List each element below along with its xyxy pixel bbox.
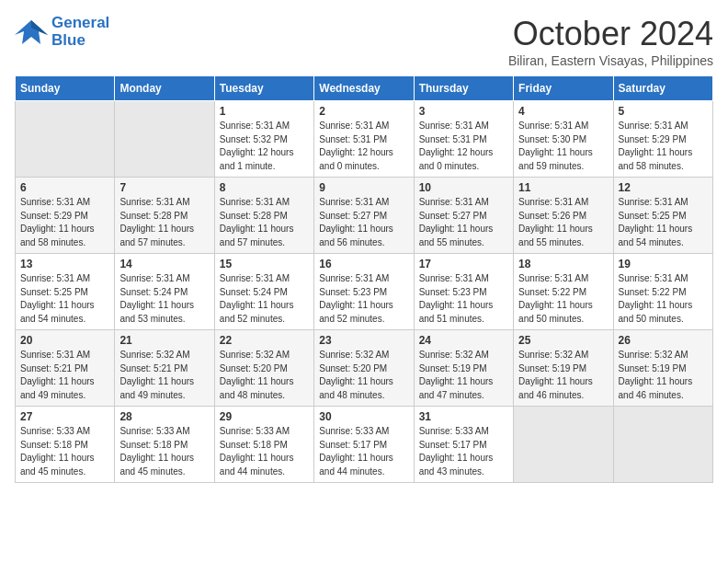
day-detail: Sunrise: 5:33 AMSunset: 5:18 PMDaylight:… [220, 426, 294, 477]
day-number: 8 [220, 181, 309, 194]
day-header-tuesday: Tuesday [214, 76, 313, 101]
day-detail: Sunrise: 5:31 AMSunset: 5:31 PMDaylight:… [419, 121, 494, 171]
day-detail: Sunrise: 5:31 AMSunset: 5:25 PMDaylight:… [20, 273, 95, 324]
day-detail: Sunrise: 5:31 AMSunset: 5:29 PMDaylight:… [20, 197, 95, 247]
day-detail: Sunrise: 5:33 AMSunset: 5:18 PMDaylight:… [20, 426, 95, 477]
day-detail: Sunrise: 5:31 AMSunset: 5:24 PMDaylight:… [119, 273, 194, 324]
day-detail: Sunrise: 5:31 AMSunset: 5:24 PMDaylight:… [220, 273, 294, 324]
day-detail: Sunrise: 5:31 AMSunset: 5:23 PMDaylight:… [419, 273, 494, 324]
calendar-cell: 28 Sunrise: 5:33 AMSunset: 5:18 PMDaylig… [115, 407, 214, 483]
day-detail: Sunrise: 5:33 AMSunset: 5:18 PMDaylight:… [119, 426, 194, 477]
calendar-cell: 17 Sunrise: 5:31 AMSunset: 5:23 PMDaylig… [414, 254, 513, 330]
day-detail: Sunrise: 5:31 AMSunset: 5:22 PMDaylight:… [518, 273, 593, 324]
day-detail: Sunrise: 5:31 AMSunset: 5:22 PMDaylight:… [619, 273, 693, 324]
day-number: 3 [419, 105, 508, 118]
day-header-wednesday: Wednesday [314, 76, 414, 101]
day-detail: Sunrise: 5:31 AMSunset: 5:30 PMDaylight:… [518, 121, 593, 171]
day-header-friday: Friday [514, 76, 613, 101]
calendar-body: 1 Sunrise: 5:31 AMSunset: 5:32 PMDayligh… [16, 101, 713, 483]
day-detail: Sunrise: 5:32 AMSunset: 5:19 PMDaylight:… [419, 350, 494, 400]
logo-icon [15, 18, 48, 46]
day-header-monday: Monday [115, 76, 214, 101]
calendar-week-2: 6 Sunrise: 5:31 AMSunset: 5:29 PMDayligh… [16, 178, 713, 254]
day-number: 1 [220, 105, 309, 118]
calendar-cell: 9 Sunrise: 5:31 AMSunset: 5:27 PMDayligh… [314, 178, 414, 254]
subtitle: Biliran, Eastern Visayas, Philippines [508, 53, 713, 68]
day-number: 6 [20, 181, 109, 194]
calendar-cell: 19 Sunrise: 5:31 AMSunset: 5:22 PMDaylig… [613, 254, 712, 330]
day-detail: Sunrise: 5:31 AMSunset: 5:28 PMDaylight:… [220, 197, 294, 247]
day-detail: Sunrise: 5:33 AMSunset: 5:17 PMDaylight:… [419, 426, 494, 477]
day-number: 7 [119, 181, 209, 194]
calendar-cell: 31 Sunrise: 5:33 AMSunset: 5:17 PMDaylig… [414, 407, 513, 483]
day-detail: Sunrise: 5:31 AMSunset: 5:32 PMDaylight:… [220, 121, 294, 171]
calendar-cell: 23 Sunrise: 5:32 AMSunset: 5:20 PMDaylig… [314, 330, 414, 407]
calendar-cell [115, 101, 214, 178]
calendar-cell: 4 Sunrise: 5:31 AMSunset: 5:30 PMDayligh… [514, 101, 613, 178]
day-detail: Sunrise: 5:32 AMSunset: 5:20 PMDaylight:… [319, 350, 393, 400]
calendar-cell: 18 Sunrise: 5:31 AMSunset: 5:22 PMDaylig… [514, 254, 613, 330]
calendar-cell: 25 Sunrise: 5:32 AMSunset: 5:19 PMDaylig… [514, 330, 613, 407]
day-number: 11 [518, 181, 608, 194]
day-number: 28 [119, 410, 209, 423]
day-detail: Sunrise: 5:31 AMSunset: 5:27 PMDaylight:… [319, 197, 393, 247]
calendar-cell: 22 Sunrise: 5:32 AMSunset: 5:20 PMDaylig… [214, 330, 313, 407]
day-number: 29 [220, 410, 309, 423]
page-header: General Blue October 2024 Biliran, Easte… [15, 15, 713, 68]
calendar-cell: 5 Sunrise: 5:31 AMSunset: 5:29 PMDayligh… [613, 101, 712, 178]
day-number: 2 [319, 105, 408, 118]
calendar-cell: 12 Sunrise: 5:31 AMSunset: 5:25 PMDaylig… [613, 178, 712, 254]
day-number: 23 [319, 334, 408, 347]
calendar-cell: 1 Sunrise: 5:31 AMSunset: 5:32 PMDayligh… [214, 101, 313, 178]
calendar-cell: 11 Sunrise: 5:31 AMSunset: 5:26 PMDaylig… [514, 178, 613, 254]
calendar-cell: 6 Sunrise: 5:31 AMSunset: 5:29 PMDayligh… [16, 178, 115, 254]
day-detail: Sunrise: 5:31 AMSunset: 5:29 PMDaylight:… [619, 121, 693, 171]
day-detail: Sunrise: 5:31 AMSunset: 5:26 PMDaylight:… [518, 197, 593, 247]
calendar-cell: 29 Sunrise: 5:33 AMSunset: 5:18 PMDaylig… [214, 407, 313, 483]
day-header-sunday: Sunday [16, 76, 115, 101]
calendar-cell: 27 Sunrise: 5:33 AMSunset: 5:18 PMDaylig… [16, 407, 115, 483]
calendar-week-4: 20 Sunrise: 5:31 AMSunset: 5:21 PMDaylig… [16, 330, 713, 407]
day-number: 27 [20, 410, 109, 423]
day-detail: Sunrise: 5:32 AMSunset: 5:19 PMDaylight:… [518, 350, 593, 400]
calendar-cell [16, 101, 115, 178]
day-detail: Sunrise: 5:31 AMSunset: 5:31 PMDaylight:… [319, 121, 393, 171]
day-number: 26 [619, 334, 708, 347]
day-number: 31 [419, 410, 508, 423]
day-number: 22 [220, 334, 309, 347]
day-detail: Sunrise: 5:33 AMSunset: 5:17 PMDaylight:… [319, 426, 393, 477]
day-detail: Sunrise: 5:32 AMSunset: 5:19 PMDaylight:… [619, 350, 693, 400]
calendar-cell: 30 Sunrise: 5:33 AMSunset: 5:17 PMDaylig… [314, 407, 414, 483]
logo-text: General Blue [51, 15, 109, 49]
calendar-cell: 24 Sunrise: 5:32 AMSunset: 5:19 PMDaylig… [414, 330, 513, 407]
day-number: 15 [220, 258, 309, 270]
calendar-cell: 13 Sunrise: 5:31 AMSunset: 5:25 PMDaylig… [16, 254, 115, 330]
day-detail: Sunrise: 5:32 AMSunset: 5:21 PMDaylight:… [119, 350, 194, 400]
day-number: 12 [619, 181, 708, 194]
day-detail: Sunrise: 5:31 AMSunset: 5:23 PMDaylight:… [319, 273, 393, 324]
calendar-cell [613, 407, 712, 483]
month-title: October 2024 [508, 15, 713, 53]
calendar-cell: 21 Sunrise: 5:32 AMSunset: 5:21 PMDaylig… [115, 330, 214, 407]
calendar-cell: 14 Sunrise: 5:31 AMSunset: 5:24 PMDaylig… [115, 254, 214, 330]
calendar-cell: 3 Sunrise: 5:31 AMSunset: 5:31 PMDayligh… [414, 101, 513, 178]
day-number: 10 [419, 181, 508, 194]
day-number: 19 [619, 258, 708, 270]
day-number: 4 [518, 105, 608, 118]
day-number: 9 [319, 181, 408, 194]
calendar-table: SundayMondayTuesdayWednesdayThursdayFrid… [15, 75, 713, 483]
day-detail: Sunrise: 5:31 AMSunset: 5:27 PMDaylight:… [419, 197, 494, 247]
calendar-cell: 10 Sunrise: 5:31 AMSunset: 5:27 PMDaylig… [414, 178, 513, 254]
day-header-thursday: Thursday [414, 76, 513, 101]
day-detail: Sunrise: 5:31 AMSunset: 5:21 PMDaylight:… [20, 350, 95, 400]
calendar-cell: 20 Sunrise: 5:31 AMSunset: 5:21 PMDaylig… [16, 330, 115, 407]
calendar-cell: 26 Sunrise: 5:32 AMSunset: 5:19 PMDaylig… [613, 330, 712, 407]
day-number: 17 [419, 258, 508, 270]
day-header-saturday: Saturday [613, 76, 712, 101]
calendar-cell: 16 Sunrise: 5:31 AMSunset: 5:23 PMDaylig… [314, 254, 414, 330]
calendar-week-3: 13 Sunrise: 5:31 AMSunset: 5:25 PMDaylig… [16, 254, 713, 330]
day-detail: Sunrise: 5:31 AMSunset: 5:25 PMDaylight:… [619, 197, 693, 247]
calendar-header: SundayMondayTuesdayWednesdayThursdayFrid… [16, 76, 713, 101]
calendar-week-1: 1 Sunrise: 5:31 AMSunset: 5:32 PMDayligh… [16, 101, 713, 178]
day-number: 21 [119, 334, 209, 347]
